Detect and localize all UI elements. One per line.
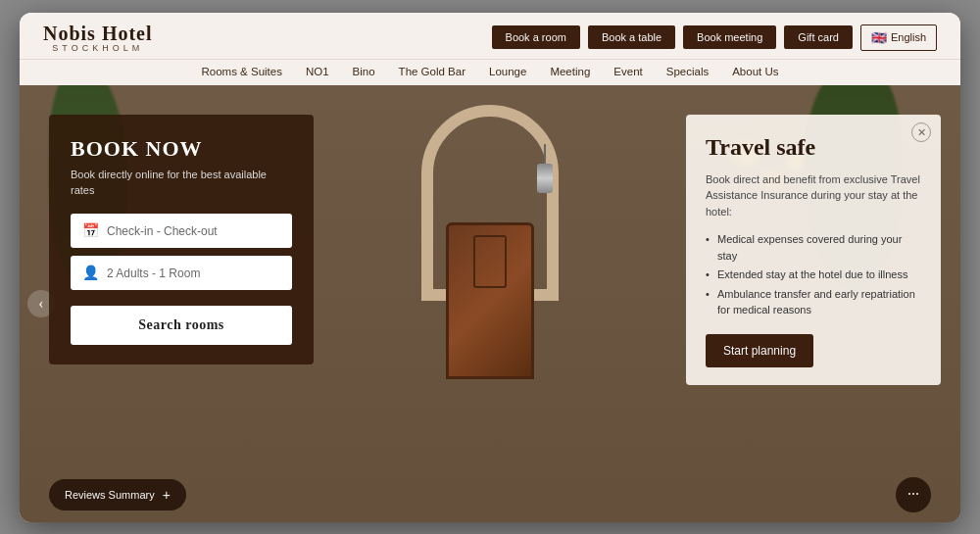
nav-gold-bar[interactable]: The Gold Bar (399, 66, 466, 77)
book-room-button[interactable]: Book a room (492, 25, 580, 49)
reviews-label: Reviews Summary (65, 489, 155, 501)
calendar-icon: 📅 (82, 222, 99, 239)
footer-bar: Reviews Summary + ··· (49, 477, 931, 512)
language-label: English (891, 31, 926, 43)
logo-name: Nobis Hotel (43, 23, 153, 44)
flag-icon: 🇬🇧 (871, 30, 887, 45)
lantern-decoration (537, 164, 553, 193)
hero-section: ‹ BOOK NOW Book directly online for the … (20, 85, 960, 521)
travel-safe-title: Travel safe (706, 134, 921, 162)
book-meeting-button[interactable]: Book meeting (683, 25, 776, 49)
travel-safe-panel: ✕ Travel safe Book direct and benefit fr… (686, 115, 941, 385)
person-icon: 👤 (82, 265, 99, 281)
nav-about-us[interactable]: About Us (732, 66, 778, 77)
book-table-button[interactable]: Book a table (588, 25, 675, 49)
travel-benefits-list: Medical expenses covered during your sta… (706, 231, 921, 318)
header-top: Nobis Hotel STOCKHOLM Book a room Book a… (20, 13, 960, 60)
nav-meeting[interactable]: Meeting (550, 66, 590, 77)
search-rooms-button[interactable]: Search rooms (71, 306, 292, 345)
site-header: Nobis Hotel STOCKHOLM Book a room Book a… (20, 13, 960, 86)
travel-benefit-1: Medical expenses covered during your sta… (706, 231, 921, 264)
nav-lounge[interactable]: Lounge (489, 66, 526, 77)
travel-safe-description: Book direct and benefit from exclusive T… (706, 171, 921, 220)
start-planning-button[interactable]: Start planning (706, 334, 813, 367)
guests-label: 2 Adults - 1 Room (107, 267, 200, 280)
nav-specials[interactable]: Specials (666, 66, 709, 77)
door-panel (446, 222, 534, 379)
chat-icon: ··· (907, 486, 919, 504)
book-now-title: BOOK NOW (71, 136, 292, 162)
travel-benefit-3: Ambulance transfer and early repatriatio… (706, 286, 921, 318)
reviews-plus-icon: + (163, 487, 171, 503)
nav-rooms-suites[interactable]: Rooms & Suites (201, 66, 281, 77)
book-now-panel: BOOK NOW Book directly online for the be… (49, 115, 314, 364)
book-now-subtitle: Book directly online for the best availa… (71, 168, 292, 198)
guests-field[interactable]: 👤 2 Adults - 1 Room (71, 256, 292, 290)
logo: Nobis Hotel STOCKHOLM (43, 23, 153, 54)
header-actions: Book a room Book a table Book meeting Gi… (492, 24, 937, 51)
chat-button[interactable]: ··· (896, 477, 931, 512)
nav-no1[interactable]: NO1 (306, 66, 329, 77)
checkin-checkout-field[interactable]: 📅 Check-in - Check-out (71, 214, 292, 248)
nav-bino[interactable]: Bino (353, 66, 375, 77)
nav-event[interactable]: Event (613, 66, 642, 77)
travel-benefit-2: Extended stay at the hotel due to illnes… (706, 267, 921, 283)
checkin-checkout-label: Check-in - Check-out (107, 224, 218, 238)
main-nav: Rooms & Suites NO1 Bino The Gold Bar Lou… (20, 59, 960, 85)
close-travel-panel-button[interactable]: ✕ (911, 122, 931, 142)
gift-card-button[interactable]: Gift card (784, 25, 853, 49)
reviews-summary-button[interactable]: Reviews Summary + (49, 479, 186, 510)
logo-subtitle: STOCKHOLM (52, 44, 143, 54)
language-button[interactable]: 🇬🇧 English (860, 24, 937, 51)
browser-frame: Nobis Hotel STOCKHOLM Book a room Book a… (20, 13, 960, 522)
